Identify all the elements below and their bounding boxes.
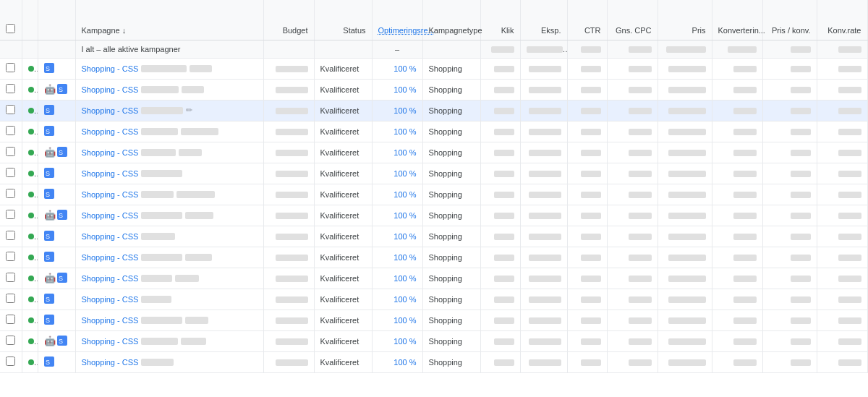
- campaign-name-link[interactable]: Shopping - CSS: [82, 190, 216, 199]
- blurred-conv: [733, 150, 757, 156]
- col-price[interactable]: Pris: [658, 0, 712, 40]
- blurred-budget: [276, 296, 308, 303]
- row-checkbox[interactable]: [6, 357, 15, 366]
- row-checkbox-cell[interactable]: [0, 289, 22, 310]
- campaign-name-link[interactable]: Shopping - CSS: [82, 337, 207, 346]
- campaign-name-link[interactable]: Shopping - CSS: [82, 64, 213, 73]
- col-clicks[interactable]: Klik: [480, 0, 520, 40]
- row-campaign-name-cell[interactable]: Shopping - CSS: [75, 226, 263, 247]
- row-checkbox[interactable]: [6, 147, 15, 156]
- row-checkbox-cell[interactable]: [0, 142, 22, 163]
- campaign-name-link[interactable]: Shopping - CSS: [82, 169, 183, 178]
- status-qualified-label: Kvalificeret: [320, 232, 359, 241]
- col-price-conv[interactable]: Pris / konv.: [762, 0, 817, 40]
- row-icons-cell: S: [38, 247, 75, 268]
- row-checkbox-cell[interactable]: [0, 205, 22, 226]
- row-campaign-name-cell[interactable]: Shopping - CSS: [75, 184, 263, 205]
- blurred-exp: [529, 213, 561, 219]
- row-checkbox[interactable]: [6, 315, 15, 324]
- row-checkbox[interactable]: [6, 294, 15, 303]
- col-opt[interactable]: Optimeringsre...: [372, 0, 422, 40]
- col-conv[interactable]: Konverterin...: [712, 0, 762, 40]
- blurred-name-part1: [141, 254, 182, 261]
- row-checkbox-cell[interactable]: [0, 351, 22, 372]
- row-campaign-name-cell[interactable]: Shopping - CSS: [75, 205, 263, 226]
- blurred-name-part2: [185, 317, 208, 324]
- row-checkbox[interactable]: [6, 210, 15, 219]
- row-checkbox-cell[interactable]: [0, 247, 22, 268]
- row-checkbox[interactable]: [6, 126, 15, 135]
- campaign-name-link[interactable]: Shopping - CSS: [82, 211, 214, 220]
- row-checkbox-cell[interactable]: [0, 268, 22, 289]
- robot-icon: 🤖: [44, 336, 56, 346]
- campaign-name-link[interactable]: Shopping - CSS: [82, 316, 209, 325]
- campaign-name-link[interactable]: Shopping - CSS: [82, 232, 176, 241]
- row-checkbox[interactable]: [6, 231, 15, 240]
- campaign-name-link[interactable]: Shopping - CSS: [82, 148, 203, 157]
- blurred-name-part2: [179, 149, 202, 156]
- campaign-name-link[interactable]: Shopping - CSS: [82, 253, 213, 262]
- row-campaign-name-cell[interactable]: Shopping - CSS: [75, 163, 263, 184]
- row-checkbox-cell[interactable]: [0, 163, 22, 184]
- row-price_conv-cell: [817, 163, 867, 184]
- row-campaign-name-cell[interactable]: Shopping - CSS: [75, 58, 263, 79]
- col-conv-rate[interactable]: Konv.rate: [817, 0, 867, 40]
- opt-score-value: 100 %: [393, 253, 416, 262]
- row-checkbox[interactable]: [6, 168, 15, 177]
- row-campaign-name-cell[interactable]: Shopping - CSS: [75, 310, 263, 330]
- campaign-name-link[interactable]: Shopping - CSS: [82, 358, 174, 367]
- blurred-conv_rate: [791, 171, 811, 177]
- col-ctr[interactable]: CTR: [567, 0, 607, 40]
- row-cpc-cell: [607, 247, 658, 268]
- row-checkbox-cell[interactable]: [0, 58, 22, 79]
- row-checkbox-cell[interactable]: [0, 310, 22, 330]
- row-checkbox-cell[interactable]: [0, 226, 22, 247]
- row-checkbox[interactable]: [6, 252, 15, 261]
- col-cpc[interactable]: Gns. CPC: [607, 0, 658, 40]
- row-checkbox-cell[interactable]: [0, 79, 22, 100]
- col-checkbox[interactable]: [0, 0, 22, 40]
- col-status-dot: [22, 0, 38, 40]
- row-checkbox[interactable]: [6, 63, 15, 72]
- campaign-name-link[interactable]: Shopping - CSS: [82, 295, 172, 304]
- row-campaign-name-cell[interactable]: Shopping - CSS: [75, 247, 263, 268]
- row-status-dot-cell: [22, 142, 38, 163]
- row-checkbox[interactable]: [6, 336, 15, 345]
- col-type[interactable]: Kampagnetype: [422, 0, 480, 40]
- row-campaign-name-cell[interactable]: Shopping - CSS: [75, 330, 263, 351]
- row-conv-cell: [712, 142, 762, 163]
- select-all-checkbox[interactable]: [6, 24, 15, 33]
- row-campaign-name-cell[interactable]: Shopping - CSS: [75, 289, 263, 310]
- row-campaign-name-cell[interactable]: Shopping - CSS: [75, 121, 263, 142]
- svg-text:S: S: [46, 233, 50, 240]
- edit-pencil-icon[interactable]: ✏: [186, 106, 192, 115]
- row-price_conv-cell: [817, 289, 867, 310]
- row-checkbox-cell[interactable]: [0, 184, 22, 205]
- campaign-name-link[interactable]: Shopping - CSS: [82, 274, 200, 283]
- row-checkbox[interactable]: [6, 273, 15, 282]
- row-checkbox[interactable]: [6, 105, 15, 114]
- col-budget[interactable]: Budget: [263, 0, 314, 40]
- campaign-name-link[interactable]: Shopping - CSS: [82, 85, 205, 94]
- row-checkbox-cell[interactable]: [0, 100, 22, 121]
- campaign-name-link[interactable]: Shopping - CSS✏: [82, 106, 193, 115]
- row-opt-cell: 100 %: [372, 330, 422, 351]
- row-campaign-name-cell[interactable]: Shopping - CSS: [75, 142, 263, 163]
- col-status[interactable]: Status: [314, 0, 372, 40]
- blurred-name-part1: [141, 191, 174, 198]
- row-checkbox[interactable]: [6, 84, 15, 93]
- summary-clicks: [480, 40, 520, 58]
- row-campaign-name-cell[interactable]: Shopping - CSS✏: [75, 100, 263, 121]
- row-campaign-name-cell[interactable]: Shopping - CSS: [75, 268, 263, 289]
- row-checkbox-cell[interactable]: [0, 330, 22, 351]
- row-campaign-name-cell[interactable]: Shopping - CSS: [75, 351, 263, 372]
- row-checkbox[interactable]: [6, 189, 15, 198]
- table-row: S Shopping - CSSKvalificeret100 %Shoppin…: [0, 247, 868, 268]
- row-checkbox-cell[interactable]: [0, 121, 22, 142]
- row-status-dot-cell: [22, 184, 38, 205]
- row-campaign-name-cell[interactable]: Shopping - CSS: [75, 79, 263, 100]
- row-opt-cell: 100 %: [372, 268, 422, 289]
- col-exp[interactable]: Eksp.: [520, 0, 567, 40]
- campaign-name-link[interactable]: Shopping - CSS: [82, 127, 219, 136]
- col-kampagne[interactable]: Kampagne ↓: [75, 0, 263, 40]
